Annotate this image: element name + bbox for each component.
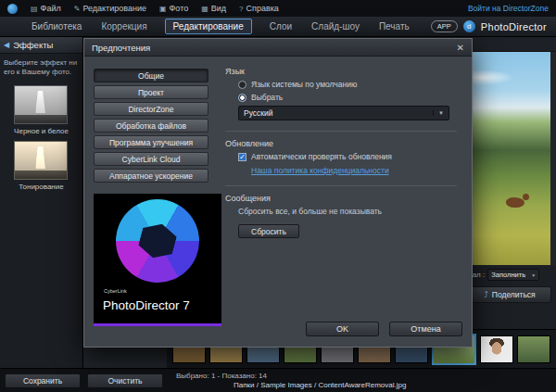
save-button[interactable]: Сохранить [5, 373, 81, 388]
effects-desc-line2: его к Вашему фото. [4, 68, 79, 77]
brand-logo: PhotoDirector [481, 21, 547, 32]
chevron-down-icon: ▼ [433, 110, 444, 116]
app-icon [7, 4, 18, 14]
back-icon[interactable]: ◀ [4, 41, 9, 49]
language-select-value: Русский [244, 108, 273, 118]
horse-in-photo [506, 197, 524, 208]
help-menu-icon: ? [239, 5, 243, 13]
filmstrip-thumb[interactable] [480, 335, 513, 363]
language-section-title: Язык [225, 67, 457, 76]
sidebar-item-hardware[interactable]: Аппаратное ускорение [94, 169, 208, 183]
sidebar-item-directorzone[interactable]: DirectorZone [94, 102, 208, 116]
auto-update-checkbox-row[interactable]: ✓ Автоматически проверять обновления [238, 152, 457, 161]
messages-text: Сбросить все, и больше не показывать [238, 207, 457, 216]
radio-choose-language-label: Выбрать [251, 93, 283, 102]
radio-choose-language[interactable]: Выбрать [238, 93, 457, 102]
update-section: Обновление ✓ Автоматически проверять обн… [225, 131, 457, 175]
language-select[interactable]: Русский ▼ [238, 106, 449, 120]
signin-directorzone-link[interactable]: Войти на DirectorZone [468, 4, 549, 13]
radio-system-language[interactable]: Язык системы по умолчанию [238, 80, 457, 89]
menu-photo-label: Фото [170, 4, 189, 13]
close-icon[interactable]: ✕ [457, 43, 464, 53]
menubar: ▤ Файл ✎ Редактирование ▣ Фото ▦ Вид ? С… [0, 0, 556, 17]
share-label: Поделиться [492, 290, 536, 299]
sidebar-item-improvement[interactable]: Программа улучшения [94, 135, 208, 149]
tab-print[interactable]: Печать [377, 19, 411, 33]
dialog-title: Предпочтения [92, 43, 150, 53]
effect-black-white-thumb[interactable] [14, 85, 68, 124]
menu-edit[interactable]: ✎ Редактирование [74, 4, 146, 13]
tab-library[interactable]: Библиотека [30, 19, 83, 33]
status-bar: Сохранить Очистить Выбрано: 1 - Показано… [0, 368, 556, 392]
menu-edit-label: Редактирование [82, 4, 146, 13]
file-menu-icon: ▤ [31, 5, 38, 13]
tabbar-right-group: APP d PhotoDirector [431, 20, 547, 32]
menu-view-label: Вид [211, 4, 226, 13]
dialog-titlebar[interactable]: Предпочтения ✕ [84, 39, 472, 57]
menu-file-label: Файл [41, 4, 61, 13]
menu-file[interactable]: ▤ Файл [31, 4, 61, 13]
file-path: Папки / Sample Images / ContentAwareRemo… [234, 381, 406, 389]
checkbox-checked-icon[interactable]: ✓ [238, 153, 246, 161]
effects-header: ◀ Эффекты [0, 37, 82, 54]
edit-menu-icon: ✎ [74, 5, 81, 13]
preferences-sidebar: Общие Проект DirectorZone Обработка файл… [94, 69, 208, 183]
tab-layers[interactable]: Слои [268, 19, 294, 33]
tab-slideshow[interactable]: Слайд-шоу [310, 19, 361, 33]
photo-menu-icon: ▣ [159, 5, 167, 13]
share-button[interactable]: ⤴ Поделиться [468, 286, 551, 303]
sidebar-item-cloud[interactable]: CyberLink Cloud [94, 152, 208, 166]
radio-system-language-label: Язык системы по умолчанию [251, 80, 357, 89]
effect-tint[interactable]: Тонирование [14, 141, 70, 191]
app-badge[interactable]: APP [431, 20, 458, 32]
radio-icon[interactable] [238, 81, 246, 89]
sidebar-item-project[interactable]: Проект [94, 85, 208, 99]
effect-tint-label: Тонирование [14, 183, 70, 191]
menu-view[interactable]: ▦ Вид [201, 4, 226, 13]
tab-adjustment[interactable]: Коррекция [99, 19, 148, 33]
effects-panel: ◀ Эффекты Выберите эффект ни его к Вашем… [0, 37, 83, 368]
clear-button[interactable]: Очистить [87, 373, 163, 388]
reset-button[interactable]: Сбросить [238, 224, 299, 238]
effect-black-white[interactable]: Черное и белое [14, 85, 70, 135]
radio-selected-icon[interactable] [238, 94, 246, 102]
cyberlink-label: CyberLink [104, 288, 127, 294]
preferences-dialog: Предпочтения ✕ Общие Проект DirectorZone… [83, 38, 473, 348]
effect-tint-thumb[interactable] [14, 141, 68, 180]
menu-help-label: Справка [246, 4, 279, 13]
dialog-actions: OK Отмена [306, 322, 462, 336]
share-icon: ⤴ [484, 290, 488, 299]
messages-section: Сообщения Сбросить все, и больше не пока… [225, 185, 457, 238]
module-tabbar: Библиотека Коррекция Редактирование Слои… [0, 17, 556, 37]
menu-help[interactable]: ? Справка [239, 4, 279, 13]
view-menu-icon: ▦ [201, 5, 208, 13]
ok-button[interactable]: OK [306, 322, 379, 336]
filmstrip-thumb[interactable] [517, 335, 550, 363]
sidebar-item-file-handling[interactable]: Обработка файлов [94, 119, 208, 133]
dialog-body: Общие Проект DirectorZone Обработка файл… [84, 57, 472, 347]
menu-photo[interactable]: ▣ Фото [159, 4, 188, 13]
effects-description: Выберите эффект ни его к Вашему фото. [0, 54, 82, 80]
chevron-down-icon: ▼ [531, 272, 536, 278]
update-section-title: Обновление [225, 139, 457, 148]
zoom-row: дал : Заполнить ▼ [468, 269, 553, 281]
photodirector-logo: CyberLink PhotoDirector 7 [94, 194, 221, 326]
cancel-button[interactable]: Отмена [389, 322, 462, 336]
photodirector7-label: PhotoDirector 7 [103, 298, 190, 312]
aperture-icon [116, 199, 199, 283]
preferences-content: Язык Язык системы по умолчанию Выбрать Р… [225, 64, 457, 238]
zoom-value: Заполнить [491, 271, 525, 279]
sidebar-item-general[interactable]: Общие [94, 69, 208, 82]
messages-section-title: Сообщения [225, 194, 457, 203]
directorzone-icon[interactable]: d [463, 20, 475, 32]
effect-black-white-label: Черное и белое [14, 127, 70, 135]
effects-title: Эффекты [13, 40, 53, 50]
tab-edit[interactable]: Редактирование [165, 19, 252, 34]
privacy-policy-link[interactable]: Наша политика конфиденциальности [251, 166, 389, 175]
photodirector-window: ▤ Файл ✎ Редактирование ▣ Фото ▦ Вид ? С… [0, 0, 556, 392]
auto-update-label: Автоматически проверять обновления [251, 152, 392, 161]
effects-desc-line1: Выберите эффект ни [4, 58, 79, 68]
selection-status: Выбрано: 1 - Показано: 14 [176, 372, 267, 380]
zoom-select[interactable]: Заполнить ▼ [487, 269, 539, 281]
